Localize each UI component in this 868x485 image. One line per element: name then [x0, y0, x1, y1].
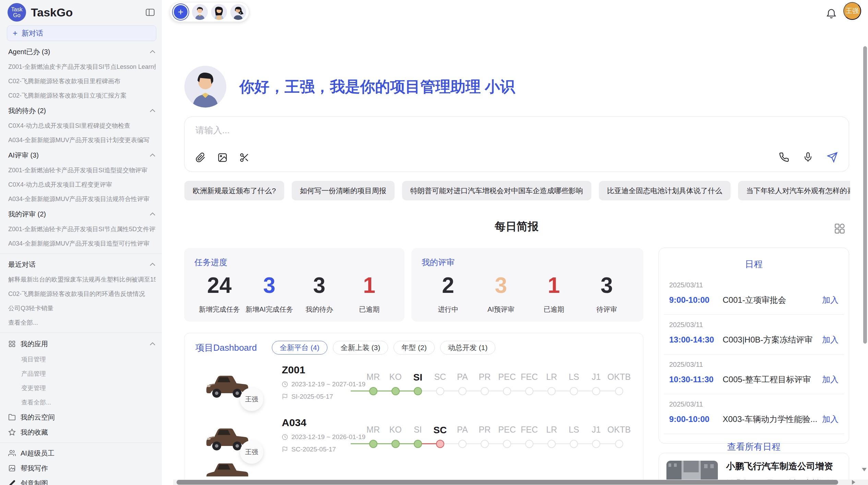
milestone-dot	[615, 440, 623, 448]
vertical-scrollbar-thumb[interactable]	[863, 46, 867, 344]
milestone: SI	[407, 372, 429, 395]
dashboard-tab[interactable]: 全新上装 (3)	[333, 341, 388, 355]
app-item[interactable]: 项目管理	[8, 352, 156, 366]
milestone-label: SI	[414, 425, 422, 437]
sidebar-item-cloud-space[interactable]: 我的云空间	[8, 410, 156, 425]
sidebar-task-item[interactable]: A034-全新新能源MUV产品开发项目造型可行性评审	[8, 236, 156, 251]
horizontal-scrollbar-thumb[interactable]	[177, 480, 838, 485]
sidebar-task-item[interactable]: Z001-全新燃油轻卡产品开发项目SI造型提交物评审	[8, 163, 156, 177]
milestone-dot	[525, 387, 533, 395]
app-item[interactable]: 变更管理	[8, 381, 156, 395]
recent-chat-item[interactable]: C02-飞腾新能源轻客改款项目的闭环通告反馈情况	[8, 287, 156, 301]
recent-chat-item[interactable]: 解释最新出台的欧盟报废车法规再生塑料比例被调至15%...	[8, 272, 156, 287]
sidebar-item-creative-draw[interactable]: 创意制图	[8, 476, 156, 485]
chevron-up-icon[interactable]	[149, 109, 156, 113]
bell-icon	[826, 8, 836, 19]
sidebar-task-item[interactable]: A034-全新新能源MUV产品开发项目法规符合性评审	[8, 192, 156, 206]
sidebar-task-item[interactable]: C02-飞腾新能源轻客改款项目立项汇报方案	[8, 88, 156, 103]
screenshot-button[interactable]	[238, 151, 251, 164]
agent-avatar-2[interactable]	[211, 4, 227, 20]
project-owner-badge: 王强	[240, 388, 263, 411]
suggestion-chip[interactable]: 特朗普可能对进口汽车增税会对中国车企造成哪些影响	[402, 181, 591, 200]
agent-avatar-3[interactable]	[230, 4, 246, 20]
schedule-event: 2025/03/11 9:00-10:00 C001-立项审批会 加入	[664, 275, 844, 315]
suggestion-chip[interactable]: 比亚迪全固态电池计划具体说了什么	[599, 181, 731, 200]
schedule-events: 2025/03/11 9:00-10:00 C001-立项审批会 加入 2025…	[664, 275, 844, 434]
scissors-icon	[239, 152, 250, 163]
sidebar-group-header[interactable]: 我的评审 (2)	[8, 206, 156, 222]
apps-view-all[interactable]: 查看全部...	[8, 395, 156, 410]
project-dashboard-card: 项目Dashboard 全新平台 (4) 全新上装 (3) 年型 (2) 动总开…	[184, 333, 643, 485]
event-join-link[interactable]: 加入	[818, 414, 839, 425]
dashboard-tab[interactable]: 动总开发 (1)	[440, 341, 496, 355]
sidebar-group-header[interactable]: AI评审 (3)	[8, 147, 156, 163]
sidebar-task-item[interactable]: C02-飞腾新能源轻客改款项目里程碑画布	[8, 74, 156, 88]
recent-chat-item[interactable]: 公司Q3轻卡销量	[8, 301, 156, 315]
chevron-up-icon[interactable]	[149, 212, 156, 216]
sidebar-item-help-write[interactable]: 帮我写作	[8, 461, 156, 476]
milestone: PA	[451, 425, 473, 448]
chevron-up-icon[interactable]	[149, 342, 156, 346]
sidebar-task-item[interactable]: Z001-全新燃油轻卡产品开发项目SI节点属性5D文件评审	[8, 222, 156, 236]
voice-call-button[interactable]	[777, 151, 791, 164]
suggestion-chip[interactable]: 如何写一份清晰的项目周报	[292, 181, 395, 200]
milestone-label: MR	[366, 372, 380, 384]
milestone-dot	[391, 387, 400, 395]
milestone-dot	[503, 440, 511, 448]
milestone: LS	[563, 372, 585, 395]
suggestion-chip[interactable]: 当下年轻人对汽车外观有怎样的喜好趋势	[738, 181, 850, 200]
insert-image-button[interactable]	[216, 151, 229, 164]
image-icon	[8, 464, 16, 472]
user-avatar[interactable]: 王强	[843, 2, 861, 20]
my-review-card: 我的评审 2 进行中 3 AI预评审 1 已逾期 3	[411, 248, 643, 322]
milestone-label: PA	[457, 372, 468, 384]
project-row[interactable]: 王强 A034 2023-12-19 ~ 2026-01-19	[184, 409, 643, 462]
assistant-avatar	[184, 66, 226, 108]
event-join-link[interactable]: 加入	[818, 295, 839, 306]
event-join-link[interactable]: 加入	[818, 334, 839, 345]
dashboard-tab[interactable]: 年型 (2)	[394, 341, 435, 355]
chevron-up-icon[interactable]	[149, 153, 156, 157]
sidebar-group-header[interactable]: 我的待办 (2)	[8, 103, 156, 119]
event-join-link[interactable]: 加入	[818, 374, 839, 385]
sidebar-task-item[interactable]: Z001-全新燃油皮卡产品开发项目SI节点Lesson Learn报告	[8, 60, 156, 74]
attach-button[interactable]	[194, 151, 207, 164]
my-review-stats: 2 进行中 3 AI预评审 1 已逾期 3 待评审	[422, 273, 633, 314]
new-chat-button[interactable]: + 新对话	[7, 25, 156, 41]
project-row[interactable]: 王强 Z001 2023-12-19 ~ 2027-01-19	[184, 357, 643, 409]
chevron-up-icon[interactable]	[149, 262, 156, 266]
horizontal-scrollbar-track[interactable]	[173, 480, 868, 485]
sidebar-task-item[interactable]: A034-全新新能源MUV产品开发项目计划变更表编写	[8, 133, 156, 147]
recent-view-all[interactable]: 查看全部...	[8, 315, 156, 330]
sidebar-task-item[interactable]: C0X4-动力总成开发项目工程变更评审	[8, 177, 156, 192]
stat-label: 已逾期	[344, 305, 394, 314]
agent-avatar-1[interactable]	[192, 4, 208, 20]
send-button[interactable]	[825, 150, 839, 164]
schedule-view-all-link[interactable]: 查看所有日程	[664, 441, 844, 453]
milestone-label: LS	[569, 372, 579, 384]
milestone-dot	[369, 440, 377, 448]
project-code: Z001	[282, 364, 362, 376]
suggestion-chip[interactable]: 欧洲新规最近颁布了什么?	[184, 181, 284, 200]
sidebar-group-header[interactable]: Agent已办 (3)	[8, 44, 156, 60]
notification-bell-button[interactable]	[825, 7, 838, 21]
scroll-right-arrow[interactable]	[852, 480, 855, 485]
sidebar-item-favorites[interactable]: 我的收藏	[8, 425, 156, 440]
scroll-down-arrow[interactable]	[862, 468, 867, 471]
sidebar-task-item[interactable]: C0X4-动力总成开发项目SI里程碑提交物检查	[8, 119, 156, 133]
dashboard-tab[interactable]: 全新平台 (4)	[272, 341, 327, 355]
sidebar-item-my-apps[interactable]: 我的应用	[8, 336, 156, 352]
sidebar-item-ai-employee[interactable]: AI超级员工	[8, 446, 156, 461]
apps-grid-icon	[8, 340, 16, 348]
chevron-up-icon[interactable]	[149, 50, 156, 54]
sidebar-toggle-button[interactable]	[144, 7, 156, 18]
app-item[interactable]: 产品管理	[8, 366, 156, 381]
microphone-button[interactable]	[801, 151, 815, 164]
milestone-dot	[481, 440, 489, 448]
recent-label: 最近对话	[8, 260, 36, 269]
sidebar-recent-header[interactable]: 最近对话	[8, 257, 156, 272]
add-agent-button[interactable]: +	[173, 4, 189, 20]
brief-layout-button[interactable]	[832, 221, 847, 236]
chat-input[interactable]	[195, 125, 710, 136]
sidebar-group: 我的评审 (2) Z001-全新燃油轻卡产品开发项目SI节点属性5D文件评审 A	[8, 206, 156, 251]
